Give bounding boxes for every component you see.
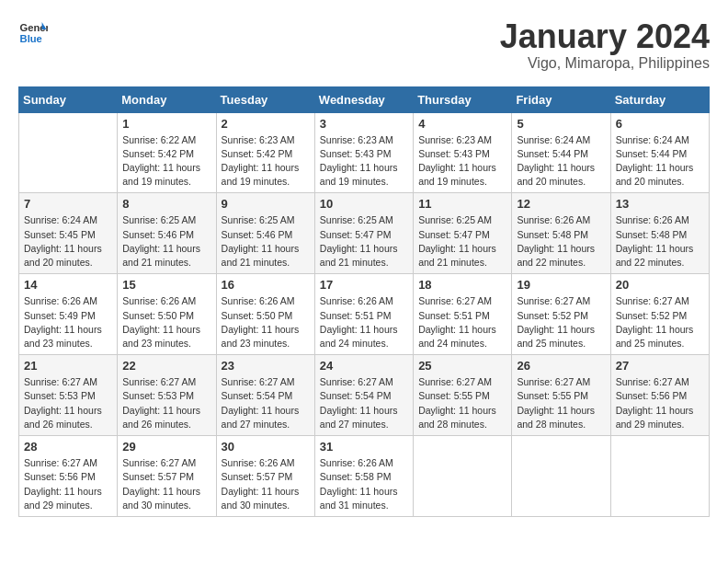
calendar-cell: 20Sunrise: 6:27 AMSunset: 5:52 PMDayligh…	[610, 274, 709, 355]
calendar-cell: 19Sunrise: 6:27 AMSunset: 5:52 PMDayligh…	[512, 274, 610, 355]
calendar-cell: 15Sunrise: 6:26 AMSunset: 5:50 PMDayligh…	[118, 274, 216, 355]
day-number: 8	[122, 197, 210, 211]
calendar-cell: 17Sunrise: 6:26 AMSunset: 5:51 PMDayligh…	[314, 274, 413, 355]
day-number: 16	[222, 278, 310, 292]
day-info: Sunrise: 6:23 AMSunset: 5:42 PMDaylight:…	[222, 133, 310, 190]
header-saturday: Saturday	[610, 86, 709, 112]
calendar-cell: 10Sunrise: 6:25 AMSunset: 5:47 PMDayligh…	[314, 193, 413, 274]
day-info: Sunrise: 6:27 AMSunset: 5:53 PMDaylight:…	[24, 375, 112, 431]
day-info: Sunrise: 6:27 AMSunset: 5:57 PMDaylight:…	[122, 456, 210, 512]
title-block: January 2024 Vigo, Mimaropa, Philippines	[500, 18, 710, 72]
day-info: Sunrise: 6:25 AMSunset: 5:46 PMDaylight:…	[222, 213, 310, 270]
day-number: 11	[418, 197, 506, 211]
day-info: Sunrise: 6:26 AMSunset: 5:50 PMDaylight:…	[122, 294, 210, 350]
calendar-cell: 21Sunrise: 6:27 AMSunset: 5:53 PMDayligh…	[19, 355, 118, 436]
calendar-header-row: SundayMondayTuesdayWednesdayThursdayFrid…	[19, 86, 710, 112]
day-number: 23	[222, 359, 310, 373]
calendar-cell: 4Sunrise: 6:23 AMSunset: 5:43 PMDaylight…	[414, 112, 512, 193]
calendar-subtitle: Vigo, Mimaropa, Philippines	[500, 55, 710, 72]
calendar-table: SundayMondayTuesdayWednesdayThursdayFrid…	[18, 86, 710, 517]
day-info: Sunrise: 6:25 AMSunset: 5:46 PMDaylight:…	[122, 213, 210, 270]
header-monday: Monday	[118, 86, 216, 112]
day-number: 27	[616, 359, 704, 373]
calendar-week-row: 1Sunrise: 6:22 AMSunset: 5:42 PMDaylight…	[19, 112, 710, 193]
day-info: Sunrise: 6:27 AMSunset: 5:54 PMDaylight:…	[320, 375, 408, 431]
day-number: 29	[122, 440, 210, 454]
calendar-week-row: 14Sunrise: 6:26 AMSunset: 5:49 PMDayligh…	[19, 274, 710, 355]
day-number: 14	[24, 278, 112, 292]
calendar-cell: 23Sunrise: 6:27 AMSunset: 5:54 PMDayligh…	[216, 355, 314, 436]
day-info: Sunrise: 6:23 AMSunset: 5:43 PMDaylight:…	[320, 133, 408, 190]
calendar-title: January 2024	[500, 18, 710, 55]
day-number: 26	[517, 359, 605, 373]
day-number: 2	[222, 117, 310, 131]
svg-text:Blue: Blue	[20, 33, 42, 44]
logo: General Blue	[18, 18, 48, 48]
calendar-cell	[414, 436, 512, 517]
calendar-cell: 1Sunrise: 6:22 AMSunset: 5:42 PMDaylight…	[118, 112, 216, 193]
calendar-cell: 13Sunrise: 6:26 AMSunset: 5:48 PMDayligh…	[610, 193, 709, 274]
day-info: Sunrise: 6:27 AMSunset: 5:51 PMDaylight:…	[418, 294, 506, 350]
day-number: 4	[418, 117, 506, 131]
logo-icon: General Blue	[18, 18, 48, 48]
day-number: 6	[616, 117, 704, 131]
day-info: Sunrise: 6:27 AMSunset: 5:53 PMDaylight:…	[122, 375, 210, 431]
header-friday: Friday	[512, 86, 610, 112]
day-info: Sunrise: 6:22 AMSunset: 5:42 PMDaylight:…	[122, 133, 210, 190]
day-info: Sunrise: 6:27 AMSunset: 5:56 PMDaylight:…	[616, 375, 704, 431]
day-number: 19	[517, 278, 605, 292]
calendar-cell: 16Sunrise: 6:26 AMSunset: 5:50 PMDayligh…	[216, 274, 314, 355]
day-number: 3	[320, 117, 408, 131]
day-number: 21	[24, 359, 112, 373]
day-info: Sunrise: 6:27 AMSunset: 5:52 PMDaylight:…	[517, 294, 605, 350]
day-number: 7	[24, 197, 112, 211]
calendar-cell: 31Sunrise: 6:26 AMSunset: 5:58 PMDayligh…	[314, 436, 413, 517]
day-number: 25	[418, 359, 506, 373]
day-info: Sunrise: 6:27 AMSunset: 5:55 PMDaylight:…	[517, 375, 605, 431]
day-number: 17	[320, 278, 408, 292]
calendar-cell: 22Sunrise: 6:27 AMSunset: 5:53 PMDayligh…	[118, 355, 216, 436]
calendar-cell	[19, 112, 118, 193]
day-info: Sunrise: 6:26 AMSunset: 5:48 PMDaylight:…	[616, 213, 704, 270]
calendar-week-row: 7Sunrise: 6:24 AMSunset: 5:45 PMDaylight…	[19, 193, 710, 274]
day-number: 9	[222, 197, 310, 211]
day-info: Sunrise: 6:25 AMSunset: 5:47 PMDaylight:…	[418, 213, 506, 270]
calendar-cell: 11Sunrise: 6:25 AMSunset: 5:47 PMDayligh…	[414, 193, 512, 274]
calendar-cell: 5Sunrise: 6:24 AMSunset: 5:44 PMDaylight…	[512, 112, 610, 193]
calendar-cell: 14Sunrise: 6:26 AMSunset: 5:49 PMDayligh…	[19, 274, 118, 355]
calendar-cell: 28Sunrise: 6:27 AMSunset: 5:56 PMDayligh…	[19, 436, 118, 517]
header-tuesday: Tuesday	[216, 86, 314, 112]
day-info: Sunrise: 6:27 AMSunset: 5:56 PMDaylight:…	[24, 456, 112, 512]
day-number: 18	[418, 278, 506, 292]
day-info: Sunrise: 6:26 AMSunset: 5:51 PMDaylight:…	[320, 294, 408, 350]
calendar-cell	[610, 436, 709, 517]
calendar-cell	[512, 436, 610, 517]
calendar-cell: 26Sunrise: 6:27 AMSunset: 5:55 PMDayligh…	[512, 355, 610, 436]
day-info: Sunrise: 6:26 AMSunset: 5:49 PMDaylight:…	[24, 294, 112, 350]
day-info: Sunrise: 6:24 AMSunset: 5:44 PMDaylight:…	[616, 133, 704, 190]
calendar-week-row: 28Sunrise: 6:27 AMSunset: 5:56 PMDayligh…	[19, 436, 710, 517]
day-info: Sunrise: 6:27 AMSunset: 5:52 PMDaylight:…	[616, 294, 704, 350]
day-info: Sunrise: 6:27 AMSunset: 5:55 PMDaylight:…	[418, 375, 506, 431]
day-info: Sunrise: 6:26 AMSunset: 5:50 PMDaylight:…	[222, 294, 310, 350]
day-number: 28	[24, 440, 112, 454]
day-info: Sunrise: 6:27 AMSunset: 5:54 PMDaylight:…	[222, 375, 310, 431]
header-wednesday: Wednesday	[314, 86, 413, 112]
day-number: 30	[222, 440, 310, 454]
calendar-cell: 24Sunrise: 6:27 AMSunset: 5:54 PMDayligh…	[314, 355, 413, 436]
day-number: 31	[320, 440, 408, 454]
day-number: 5	[517, 117, 605, 131]
day-number: 20	[616, 278, 704, 292]
header-sunday: Sunday	[19, 86, 118, 112]
calendar-cell: 29Sunrise: 6:27 AMSunset: 5:57 PMDayligh…	[118, 436, 216, 517]
day-info: Sunrise: 6:24 AMSunset: 5:44 PMDaylight:…	[517, 133, 605, 190]
calendar-cell: 18Sunrise: 6:27 AMSunset: 5:51 PMDayligh…	[414, 274, 512, 355]
day-info: Sunrise: 6:24 AMSunset: 5:45 PMDaylight:…	[24, 213, 112, 270]
day-info: Sunrise: 6:26 AMSunset: 5:48 PMDaylight:…	[517, 213, 605, 270]
day-number: 13	[616, 197, 704, 211]
calendar-cell: 12Sunrise: 6:26 AMSunset: 5:48 PMDayligh…	[512, 193, 610, 274]
day-number: 15	[122, 278, 210, 292]
calendar-cell: 27Sunrise: 6:27 AMSunset: 5:56 PMDayligh…	[610, 355, 709, 436]
calendar-week-row: 21Sunrise: 6:27 AMSunset: 5:53 PMDayligh…	[19, 355, 710, 436]
day-number: 24	[320, 359, 408, 373]
